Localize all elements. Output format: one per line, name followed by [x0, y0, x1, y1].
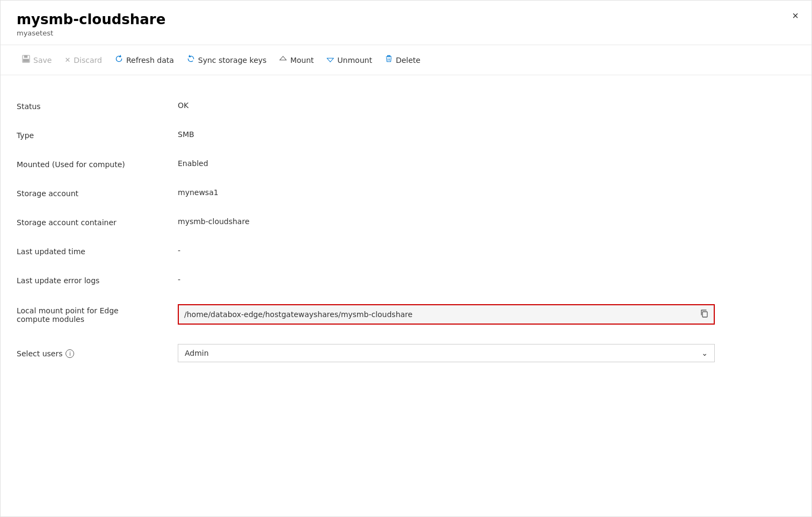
panel-header: mysmb-cloudshare myasetest — [1, 1, 811, 37]
field-label-mounted: Mounted (Used for compute) — [17, 159, 178, 169]
field-row-status: Status OK — [17, 91, 795, 120]
close-button[interactable]: × — [792, 10, 799, 21]
copy-icon[interactable] — [700, 309, 708, 320]
field-row-select-users: Select users i Admin ⌄ — [17, 334, 795, 372]
field-label-status: Status — [17, 101, 178, 111]
sync-label: Sync storage keys — [198, 56, 267, 64]
field-label-container: Storage account container — [17, 217, 178, 227]
chevron-down-icon: ⌄ — [701, 349, 708, 357]
svg-rect-2 — [23, 59, 29, 62]
refresh-label: Refresh data — [126, 56, 174, 64]
unmount-button[interactable]: Unmount — [321, 52, 378, 68]
field-label-select-users: Select users i — [17, 348, 178, 358]
svg-marker-3 — [280, 56, 286, 60]
save-icon — [22, 55, 30, 65]
select-users-label-group: Select users i — [17, 349, 178, 358]
discard-label: Discard — [74, 56, 102, 64]
field-value-last-updated: - — [178, 246, 795, 255]
field-row-storage-account: Storage account mynewsa1 — [17, 178, 795, 207]
main-panel: mysmb-cloudshare myasetest × Save ✕ Disc… — [0, 0, 812, 517]
unmount-label: Unmount — [337, 56, 372, 64]
save-label: Save — [33, 56, 52, 64]
select-users-dropdown[interactable]: Admin ⌄ — [178, 344, 715, 362]
field-label-error-logs: Last update error logs — [17, 275, 178, 285]
field-row-mounted: Mounted (Used for compute) Enabled — [17, 149, 795, 178]
sync-button[interactable]: Sync storage keys — [182, 52, 272, 68]
discard-icon: ✕ — [64, 56, 70, 64]
save-button[interactable]: Save — [17, 52, 57, 68]
field-row-mount-point: Local mount point for Edgecompute module… — [17, 295, 795, 334]
discard-button[interactable]: ✕ Discard — [59, 53, 107, 68]
refresh-button[interactable]: Refresh data — [110, 52, 179, 68]
svg-rect-5 — [387, 56, 390, 57]
field-row-error-logs: Last update error logs - — [17, 265, 795, 295]
field-label-storage-account: Storage account — [17, 188, 178, 198]
field-row-last-updated: Last updated time - — [17, 236, 795, 265]
unmount-icon — [327, 55, 334, 65]
content-area: Status OK Type SMB Mounted (Used for com… — [1, 75, 811, 388]
field-value-container: mysmb-cloudshare — [178, 217, 795, 226]
delete-button[interactable]: Delete — [380, 52, 426, 68]
panel-subtitle: myasetest — [17, 29, 795, 37]
mount-point-box: /home/databox-edge/hostgatewayshares/mys… — [178, 304, 715, 325]
toolbar: Save ✕ Discard Refresh data — [1, 45, 811, 75]
field-label-type: Type — [17, 130, 178, 140]
field-value-storage-account: mynewsa1 — [178, 188, 795, 197]
svg-rect-9 — [702, 312, 707, 317]
field-value-status: OK — [178, 101, 795, 110]
refresh-icon — [115, 55, 123, 65]
field-value-type: SMB — [178, 130, 795, 139]
mount-icon — [279, 55, 287, 65]
field-value-mounted: Enabled — [178, 159, 795, 168]
mount-label: Mount — [290, 56, 314, 64]
panel-title: mysmb-cloudshare — [17, 11, 795, 28]
info-icon: i — [66, 349, 74, 358]
select-users-text: Select users — [17, 349, 62, 358]
field-row-container: Storage account container mysmb-cloudsha… — [17, 207, 795, 236]
mount-button[interactable]: Mount — [274, 52, 319, 68]
delete-icon — [385, 55, 393, 65]
svg-marker-4 — [327, 58, 334, 62]
field-value-error-logs: - — [178, 275, 795, 284]
mount-point-value: /home/databox-edge/hostgatewayshares/mys… — [184, 310, 695, 319]
svg-rect-6 — [386, 56, 392, 57]
field-label-last-updated: Last updated time — [17, 246, 178, 256]
svg-rect-1 — [24, 55, 28, 58]
field-row-type: Type SMB — [17, 120, 795, 149]
delete-label: Delete — [396, 56, 421, 64]
field-label-mount-point: Local mount point for Edgecompute module… — [17, 305, 178, 324]
sync-icon — [187, 55, 195, 65]
select-users-value: Admin — [185, 349, 209, 357]
